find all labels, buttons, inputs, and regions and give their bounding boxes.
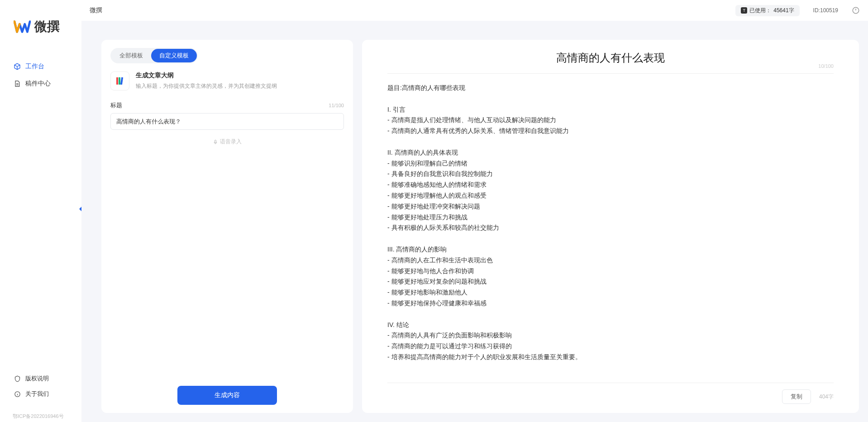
- info-icon: [14, 390, 21, 398]
- output-panel: 高情商的人有什么表现 10/100 题目:高情商的人有哪些表现 I. 引言 - …: [362, 40, 859, 413]
- tab-all-templates[interactable]: 全部模板: [111, 49, 151, 62]
- output-body[interactable]: 题目:高情商的人有哪些表现 I. 引言 - 高情商是指人们处理情绪、与他人互动以…: [387, 83, 834, 383]
- books-icon: [110, 71, 129, 90]
- voice-input-button[interactable]: 语音录入: [110, 138, 344, 146]
- generate-button[interactable]: 生成内容: [177, 386, 277, 405]
- text-badge-icon: T: [741, 7, 747, 14]
- nav-item-workspace[interactable]: 工作台: [0, 58, 81, 75]
- main-nav: 工作台 稿件中心: [0, 58, 81, 371]
- cube-icon: [14, 63, 21, 70]
- brand-text: 微撰: [34, 18, 60, 35]
- svg-rect-4: [120, 77, 123, 85]
- top-bar: 微撰 T 已使用： 45641字 ID:100519: [81, 0, 868, 21]
- input-panel: 全部模板 自定义模板 生成文章大纲 输入标题，为你提供文章主体的灵感，并为其创建…: [101, 40, 353, 413]
- nav-item-drafts[interactable]: 稿件中心: [0, 75, 81, 92]
- sidebar: 微撰 工作台 稿件中心 版权说明 关于我们 鄂ICP备: [0, 0, 81, 422]
- nav-item-copyright[interactable]: 版权说明: [0, 371, 81, 386]
- word-count: 404字: [819, 393, 834, 401]
- template-card: 生成文章大纲 输入标题，为你提供文章主体的灵感，并为其创建推文提纲: [110, 71, 344, 90]
- power-icon[interactable]: [852, 6, 860, 14]
- nav-item-about[interactable]: 关于我们: [0, 386, 81, 402]
- template-desc: 输入标题，为你提供文章主体的灵感，并为其创建推文提纲: [136, 82, 344, 90]
- doc-icon: [14, 80, 21, 87]
- brand-logo: 微撰: [0, 5, 81, 58]
- template-title: 生成文章大纲: [136, 71, 344, 80]
- usage-label: 已使用：: [749, 7, 771, 14]
- shield-icon: [14, 375, 21, 382]
- mic-icon: [213, 139, 218, 145]
- nav-label: 关于我们: [25, 390, 49, 398]
- main-content: 全部模板 自定义模板 生成文章大纲 输入标题，为你提供文章主体的灵感，并为其创建…: [81, 21, 868, 422]
- output-header: 高情商的人有什么表现 10/100: [387, 51, 834, 74]
- output-title: 高情商的人有什么表现: [556, 51, 665, 65]
- page-title: 微撰: [90, 6, 102, 14]
- top-right-group: T 已使用： 45641字 ID:100519: [735, 5, 860, 16]
- nav-label: 工作台: [25, 62, 44, 71]
- output-title-count: 10/100: [818, 63, 834, 69]
- icp-text: 鄂ICP备2022016946号: [0, 411, 81, 422]
- title-input[interactable]: [110, 113, 344, 130]
- template-tabs: 全部模板 自定义模板: [110, 48, 198, 63]
- voice-label: 语音录入: [220, 138, 242, 146]
- field-char-count: 11/100: [329, 103, 344, 108]
- field-label: 标题: [110, 101, 122, 109]
- output-footer: 复制 404字: [387, 383, 834, 404]
- bottom-nav: 版权说明 关于我们: [0, 371, 81, 402]
- logo-w-icon: [14, 19, 31, 34]
- sidebar-collapse-handle[interactable]: [78, 206, 82, 212]
- svg-rect-5: [215, 140, 216, 142]
- user-id: ID:100519: [813, 7, 838, 14]
- field-header: 标题 11/100: [110, 101, 344, 109]
- svg-rect-2: [116, 77, 118, 85]
- template-info: 生成文章大纲 输入标题，为你提供文章主体的灵感，并为其创建推文提纲: [136, 71, 344, 90]
- usage-badge[interactable]: T 已使用： 45641字: [735, 5, 799, 16]
- nav-label: 版权说明: [25, 375, 49, 383]
- tab-custom-templates[interactable]: 自定义模板: [151, 49, 197, 62]
- usage-value: 45641字: [773, 7, 794, 14]
- copy-button[interactable]: 复制: [782, 389, 811, 404]
- svg-rect-3: [119, 77, 120, 85]
- nav-label: 稿件中心: [25, 80, 51, 88]
